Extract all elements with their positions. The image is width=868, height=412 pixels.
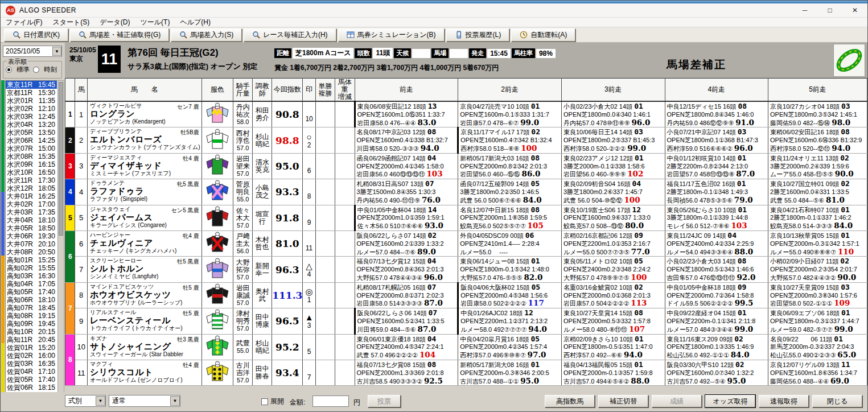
chevron-down-icon[interactable]: ▼ bbox=[52, 47, 61, 56]
speed-index: 98.8 bbox=[272, 127, 303, 153]
jockey-cell: 戸﨑圭太56.0 bbox=[233, 230, 253, 256]
menu-item[interactable]: データ(D) bbox=[94, 18, 135, 27]
race-list-item[interactable]: 大井03R17:35 bbox=[6, 208, 57, 216]
race-list-item[interactable]: 水沢12R18:05 bbox=[6, 184, 57, 192]
bet-type-value: 式別 bbox=[68, 396, 82, 406]
bottom-button[interactable]: 高指数馬 bbox=[545, 395, 595, 407]
toolbar-button[interactable]: 馬券シミュレーション(B) bbox=[338, 28, 445, 42]
horse-row[interactable]: 66ハービンジャー牝4 鹿チェルヴィニアチェッキーノ (キングカメハメハ)戸﨑圭… bbox=[65, 230, 867, 256]
bottom-button[interactable]: 速報取得 bbox=[759, 395, 809, 407]
horse-row[interactable]: 11マクフィ牡4 鹿シリウスコルトオールドフレイム (ゼンノロブロイ)古川吉洋5… bbox=[65, 360, 867, 385]
radio-standard[interactable] bbox=[6, 67, 12, 73]
race-list-item[interactable]: 水沢11R17:30 bbox=[6, 176, 57, 184]
race-list-item[interactable]: 大井01R16:25 bbox=[6, 192, 57, 200]
race-list-item[interactable]: 高知07R18:45 bbox=[6, 304, 57, 312]
race-list-item[interactable]: 水沢09R16:15 bbox=[6, 160, 57, 168]
trainer-cell: 堀宣行 bbox=[253, 205, 272, 230]
jockey-cell: 古川吉洋57.0 bbox=[233, 360, 253, 385]
maximize-button[interactable]: □ bbox=[817, 3, 842, 17]
bottom-button[interactable]: 閉じる bbox=[812, 395, 862, 407]
race-list-item[interactable]: 大井06R19:30 bbox=[6, 232, 57, 240]
menu-item[interactable]: ファイル(F) bbox=[1, 18, 47, 27]
horse-row[interactable]: 22ディープブリランテ牡5B鹿エルトンバローズショウナンカラット (ブライアンズ… bbox=[65, 127, 867, 153]
race-list-item[interactable]: 高知09R19:45 bbox=[6, 320, 57, 328]
race-list-item[interactable]: 佐賀03R16:35 bbox=[6, 360, 57, 368]
race-list-item[interactable]: 水沢05R13:50 bbox=[6, 129, 57, 137]
race-list-item[interactable]: 高知10R20:15 bbox=[6, 328, 57, 336]
horse-row[interactable]: 78マインドユアビスケッツ牡5 鹿ホウオウビスケッツホウオウサブリナ (ルーラー… bbox=[65, 282, 867, 308]
past-run-cell: 東良04/21石和特07 10頭 012勝芝1800m-0.1①337 1:46… bbox=[768, 205, 867, 230]
horse-row[interactable]: 44ドゥラメンテ牝5 黒鹿ラファドゥララファダリ (Singspiel)菅原明良… bbox=[65, 179, 867, 205]
chevron-down-icon[interactable]: ▼ bbox=[170, 396, 180, 406]
race-list-item[interactable]: 水沢08R15:35 bbox=[6, 153, 57, 160]
bottom-button[interactable]: 補正切替 bbox=[598, 395, 648, 407]
horse-row[interactable]: 55ジャスタウェイセン5 黒鹿ジェイパームスキラーグレイシス (Congaree… bbox=[65, 205, 867, 230]
toolbar-button[interactable]: 投票履歴(L) bbox=[446, 28, 510, 42]
bottom-button[interactable]: オッズ取得 bbox=[705, 395, 755, 407]
past-run-cell: 外良04/05DSC09 00頭 06OPEN芝2410m1.4---- 2:2… bbox=[458, 230, 562, 256]
toolbar-button[interactable]: 自動運転(A) bbox=[511, 28, 575, 42]
bottom-button[interactable]: 成績 bbox=[652, 395, 702, 407]
title-bar: AS ALGO SPEEDER ─ □ ✕ bbox=[1, 3, 867, 18]
race-list-item[interactable]: 水沢04R13:20 bbox=[6, 121, 57, 129]
race-list-item[interactable]: 高知02R15:55 bbox=[6, 264, 57, 272]
column-header: 服色 bbox=[201, 79, 233, 102]
horse-row[interactable]: 810キズナ牡3 黒鹿サトノシャイニングスウィーティーガール (Star Dab… bbox=[65, 334, 867, 360]
race-list-item[interactable]: 大井02R17:00 bbox=[6, 200, 57, 208]
toolbar-button[interactable]: 馬場差入力(S) bbox=[171, 28, 242, 42]
race-list-item[interactable]: 高知03R16:30 bbox=[6, 272, 57, 280]
race-list-item[interactable]: 大井05R18:50 bbox=[6, 224, 57, 232]
column-header: 印 bbox=[303, 79, 315, 102]
race-list-item[interactable]: 佐賀05R17:40 bbox=[6, 376, 57, 384]
menu-item[interactable]: スタート(S) bbox=[47, 18, 94, 27]
race-list-item[interactable]: 水沢03R12:45 bbox=[6, 113, 57, 121]
frame-number: 8 bbox=[65, 334, 75, 386]
race-list-item[interactable]: 水沢02R12:10 bbox=[6, 105, 57, 113]
race-list-item[interactable]: 高知08R19:15 bbox=[6, 312, 57, 320]
race-list-scrollbar[interactable] bbox=[57, 80, 64, 407]
race-list-item[interactable]: 東京11R15:45 bbox=[6, 81, 57, 89]
race-list-item[interactable]: 高知06R18:10 bbox=[6, 296, 57, 304]
speed-index: 91.8 bbox=[272, 205, 303, 230]
race-list-item[interactable]: 高知04R17:05 bbox=[6, 280, 57, 288]
horse-row[interactable]: 33ディーマジェスティ牡4 鹿ディマイザキッドミスミーチャン (ファスリエフ)岩… bbox=[65, 153, 867, 179]
bet-type-select[interactable]: 式別▼ bbox=[65, 395, 106, 407]
race-list-item[interactable]: 高知05R17:40 bbox=[6, 288, 57, 296]
win-place-odds-cell bbox=[315, 257, 335, 282]
race-list-item[interactable]: 水沢10R16:50 bbox=[6, 168, 57, 176]
race-list-item[interactable]: 水沢01R11:35 bbox=[6, 97, 57, 105]
bet-mode-select[interactable]: 通常▼ bbox=[109, 395, 180, 407]
toolbar-button[interactable]: 馬場差・補正値取得(G) bbox=[70, 28, 169, 42]
race-list-item[interactable]: 佐賀02R16:00 bbox=[6, 352, 57, 360]
race-list-item[interactable]: 京都11R15:30 bbox=[6, 89, 57, 97]
toolbar-button[interactable]: 日付選択(K) bbox=[4, 28, 68, 42]
speed-index: 111.3 bbox=[272, 282, 303, 308]
frame-number: 2 bbox=[65, 127, 75, 153]
column-header: 4前走 bbox=[665, 79, 768, 102]
horse-row[interactable]: 11ヴィクトワールピサセン7 鹿ロングランノッテビアンカ (Kendargent… bbox=[65, 101, 867, 127]
race-list-item[interactable]: 大井08R20:50 bbox=[6, 248, 57, 256]
horse-row[interactable]: 9リアルスティール牡5 鹿レーベンスティールトウカイライフ (トウカイテイオー)… bbox=[65, 308, 867, 334]
radio-time[interactable] bbox=[33, 67, 39, 73]
race-list-item[interactable]: 大井07R20:10 bbox=[6, 240, 57, 248]
race-list-item[interactable]: 水沢07R15:00 bbox=[6, 145, 57, 153]
vote-button[interactable]: 投票 bbox=[368, 395, 401, 407]
race-list-item[interactable]: 高知01R15:25 bbox=[6, 256, 57, 264]
amount-input[interactable] bbox=[312, 395, 349, 407]
menu-bar: ファイル(F)スタート(S)データ(D)ツール(T)ヘルプ(H) bbox=[1, 18, 867, 27]
race-list-item[interactable]: 高知11R20:45 bbox=[6, 336, 57, 344]
menu-item[interactable]: ツール(T) bbox=[135, 18, 175, 27]
toolbar-button[interactable]: レース毎補正入力(H) bbox=[244, 28, 336, 42]
menu-item[interactable]: ヘルプ(H) bbox=[175, 18, 216, 27]
expand-checkbox[interactable] bbox=[261, 398, 268, 405]
race-list-item[interactable]: 佐賀04R17:10 bbox=[6, 368, 57, 376]
race-list-item[interactable]: 水沢06R14:25 bbox=[6, 137, 57, 145]
horse-row[interactable]: 7スクリーンヒーロー牡5 黒鹿シルトホルンシンメイミヤビ (Langfuhr)大… bbox=[65, 257, 867, 282]
minimize-button[interactable]: ─ bbox=[792, 3, 817, 17]
race-list-item[interactable]: 佐賀01R15:20 bbox=[6, 344, 57, 352]
race-list-item[interactable]: 佐賀06R18:15 bbox=[6, 384, 57, 392]
date-select[interactable]: 2025/10/05 ▼ bbox=[3, 46, 62, 57]
close-button[interactable]: ✕ bbox=[842, 3, 867, 17]
chevron-down-icon[interactable]: ▼ bbox=[96, 396, 105, 406]
race-list-item[interactable]: 大井04R18:10 bbox=[6, 216, 57, 224]
